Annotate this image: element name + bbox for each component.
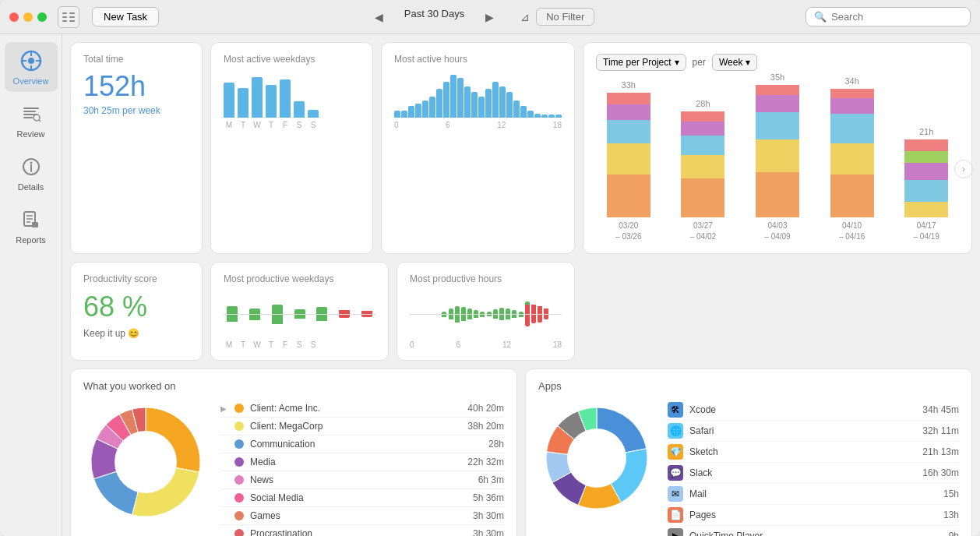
stacked-date-3: 04/10 – 04/16 <box>839 220 865 242</box>
legend-item-1: Client: MegaCorp38h 20m <box>220 418 504 436</box>
most-productive-weekdays-title: Most productive weekdays <box>224 273 375 284</box>
sidebar: Overview Review <box>0 34 62 536</box>
time-per-project-dropdown[interactable]: Time per Project ▾ <box>596 54 686 71</box>
main-window: New Task ◀ Past 30 Days ▶ ⊿ No Filter 🔍 <box>0 0 980 536</box>
search-input[interactable] <box>831 11 962 23</box>
legend-dot-1 <box>234 421 244 431</box>
bar-segment-4-4 <box>904 139 948 151</box>
weekday-label: T <box>266 121 277 129</box>
legend-item-2: Communication28h <box>220 436 504 453</box>
sidebar-item-review[interactable]: Review <box>5 95 58 145</box>
titlebar: New Task ◀ Past 30 Days ▶ ⊿ No Filter 🔍 <box>0 0 980 34</box>
bar-segment-4-1 <box>904 180 948 202</box>
most-active-hours-title: Most active hours <box>394 54 562 65</box>
stacked-col-1: 28h03/27 – 04/02 <box>671 99 736 242</box>
stats-row-2: Productivity score 68 % Keep it up 😊 Mos… <box>70 262 972 361</box>
legend-item-3: Media22h 32m <box>220 453 504 471</box>
sidebar-overview-label: Overview <box>13 76 49 86</box>
bar-segment-1-1 <box>681 155 724 178</box>
legend-dot-2 <box>234 439 244 449</box>
legend-name-5: Social Media <box>250 492 467 503</box>
bar-segment-3-1 <box>830 143 874 175</box>
total-time-title: Total time <box>83 54 189 65</box>
app-time-4: 15h <box>943 488 959 499</box>
next-period-button[interactable]: ▶ <box>480 8 499 26</box>
weekday-bar-6 <box>308 110 319 118</box>
apps-title: Apps <box>538 380 959 392</box>
weekday-label: T <box>238 121 249 129</box>
app-time-2: 21h 13m <box>922 446 959 457</box>
stacked-bar-stack-0 <box>607 93 650 217</box>
bar-segment-3-4 <box>830 89 874 98</box>
hour-bar-6 <box>436 89 442 118</box>
app-icon-6: ▶ <box>668 528 683 536</box>
app-time-1: 32h 11m <box>922 425 959 436</box>
stacked-bar-stack-3 <box>830 89 874 217</box>
app-name-4: Mail <box>689 488 937 499</box>
stacked-col-label-2: 35h <box>770 72 784 82</box>
productivity-score-card: Productivity score 68 % Keep it up 😊 <box>70 262 203 361</box>
weekday-bar-3 <box>266 85 277 118</box>
svg-rect-1 <box>62 16 67 18</box>
sidebar-item-overview[interactable]: Overview <box>5 42 58 92</box>
new-task-button[interactable]: New Task <box>92 7 159 26</box>
app-item-0: 🛠Xcode34h 45m <box>668 400 959 421</box>
search-box[interactable]: 🔍 <box>806 7 971 26</box>
stacked-date-0: 03/20 – 03/26 <box>615 220 641 242</box>
svg-rect-3 <box>69 12 75 14</box>
hour-bar-9 <box>457 78 464 118</box>
period-dropdown[interactable]: Week ▾ <box>712 54 757 71</box>
legend-value-2: 28h <box>488 439 504 450</box>
bar-segment-1-0 <box>681 178 724 217</box>
total-time-value: 152h <box>83 71 189 102</box>
hours-baseline <box>410 314 562 315</box>
sidebar-item-details[interactable]: Details <box>5 148 58 198</box>
hour-bar-19 <box>527 111 534 118</box>
hour-bar-15 <box>499 86 506 118</box>
bar-segment-1-3 <box>681 122 724 136</box>
sidebar-toggle-button[interactable] <box>58 6 79 28</box>
bottom-row: What you worked on ▶Client: Acme Inc.40h… <box>70 368 972 536</box>
legend-dot-3 <box>234 457 244 467</box>
productivity-title: Productivity score <box>83 273 189 284</box>
hour-bar-22 <box>548 115 555 118</box>
app-item-3: 💬Slack16h 30m <box>668 463 959 484</box>
prev-period-button[interactable]: ◀ <box>370 8 389 26</box>
hour-bar-4 <box>422 100 428 118</box>
app-icon-0: 🛠 <box>668 402 683 418</box>
hour-bar-20 <box>534 114 541 118</box>
bar-segment-3-2 <box>830 114 874 143</box>
sidebar-item-reports[interactable]: Reports <box>5 201 58 251</box>
legend-item-4: News6h 3m <box>220 471 504 489</box>
chart-next-button[interactable]: › <box>954 160 973 178</box>
apps-content: 🛠Xcode34h 45m🌐Safari32h 11m💎Sketch21h 13… <box>538 400 959 536</box>
hour-bar-12 <box>478 97 485 118</box>
hour-bar-0 <box>394 111 400 118</box>
close-button[interactable] <box>9 12 19 22</box>
weekday-bar-2 <box>252 77 263 118</box>
legend-item-6: Games3h 30m <box>220 507 504 525</box>
reports-icon <box>19 207 44 232</box>
weekday-label: W <box>252 121 263 129</box>
prod-wd-label: W <box>252 340 263 349</box>
legend-dot-0 <box>234 404 244 413</box>
app-icon-1: 🌐 <box>668 423 683 439</box>
hour-bar-21 <box>541 115 548 118</box>
svg-rect-4 <box>69 16 75 18</box>
bar-segment-2-1 <box>756 139 799 172</box>
svg-rect-5 <box>69 20 75 22</box>
search-icon: 🔍 <box>814 11 827 23</box>
svg-point-7 <box>28 58 34 64</box>
bar-segment-0-2 <box>607 120 650 143</box>
weekdays-labels: MTWTFSS <box>224 121 360 129</box>
bar-segment-1-2 <box>681 136 724 155</box>
maximize-button[interactable] <box>37 12 47 22</box>
apps-donut <box>538 400 655 517</box>
minimize-button[interactable] <box>23 12 33 22</box>
prod-wd-label: S <box>308 340 319 349</box>
prod-hr-red-18 <box>525 305 530 326</box>
productivity-value: 68 % <box>83 291 189 323</box>
weekday-label: F <box>280 121 291 129</box>
hour-bar-1 <box>401 111 407 118</box>
hour-bar-11 <box>471 92 478 118</box>
